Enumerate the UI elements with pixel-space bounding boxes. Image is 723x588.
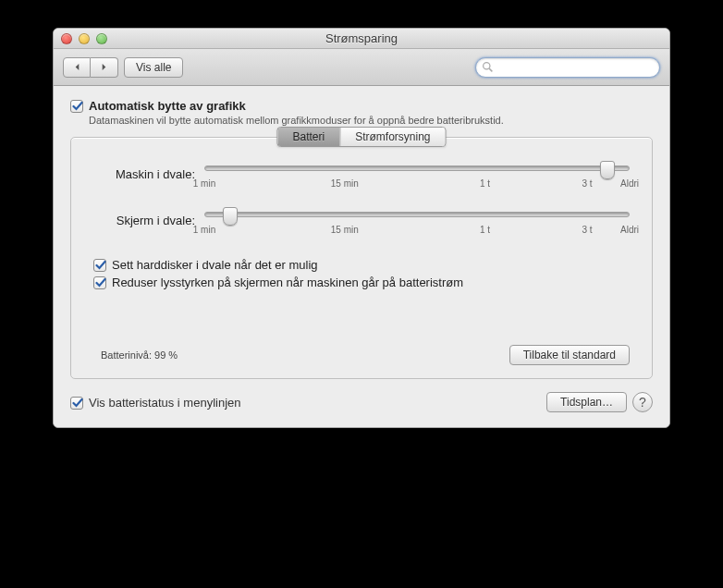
restore-defaults-button[interactable]: Tilbake til standard (509, 345, 630, 365)
tab-power-label: Strømforsyning (355, 130, 430, 143)
tab-battery[interactable]: Batteri (277, 128, 339, 146)
show-all-button[interactable]: Vis alle (124, 57, 183, 78)
schedule-label: Tidsplan… (560, 396, 613, 409)
preferences-window: Strømsparing Vis alle Automati (53, 28, 670, 428)
tab-battery-label: Batteri (292, 130, 325, 143)
show-all-label: Vis alle (136, 61, 171, 74)
tick-label: 15 min (331, 225, 359, 235)
search-icon (482, 61, 494, 73)
menubar-status-label: Vis batteristatus i menylinjen (89, 396, 241, 410)
dim-display-label: Reduser lysstyrken på skjermen når maski… (112, 276, 463, 289)
tick-label: 3 t (582, 225, 592, 235)
display-sleep-ticks: 1 min 15 min 1 t 3 t Aldri (204, 225, 630, 238)
auto-graphics-checkbox[interactable] (70, 100, 83, 113)
search-wrap (475, 57, 660, 78)
chevron-left-icon (73, 63, 81, 71)
back-button[interactable] (63, 57, 91, 78)
panel-bottom: Batterinivå: 99 % Tilbake til standard (93, 345, 630, 365)
tick-label: 1 t (480, 225, 490, 235)
toolbar: Vis alle (54, 49, 669, 86)
restore-defaults-label: Tilbake til standard (523, 349, 616, 361)
hdd-sleep-checkbox[interactable] (93, 259, 106, 272)
display-sleep-label: Skjerm i dvale: (93, 212, 195, 227)
hdd-sleep-label: Sett harddisker i dvale når det er mulig (112, 258, 318, 272)
tick-label: 3 t (582, 178, 592, 189)
display-sleep-thumb[interactable] (223, 207, 238, 226)
tick-label: Aldri (620, 225, 639, 235)
auto-graphics-row: Automatisk bytte av grafikk (70, 99, 653, 113)
schedule-button[interactable]: Tidsplan… (546, 392, 627, 412)
tick-label: 1 min (193, 225, 215, 235)
check-icon (95, 260, 106, 271)
tick-label: 1 min (193, 178, 215, 189)
search-input[interactable] (475, 57, 660, 78)
content: Automatisk bytte av grafikk Datamaskinen… (54, 86, 669, 427)
computer-sleep-slider[interactable] (204, 165, 630, 171)
computer-sleep-thumb[interactable] (600, 161, 615, 179)
display-sleep-row: Skjerm i dvale: 1 min 15 min 1 t 3 t Ald… (93, 212, 630, 238)
computer-sleep-row: Maskin i dvale: 1 min 15 min 1 t 3 t Ald… (93, 165, 630, 191)
svg-line-1 (489, 68, 492, 71)
tick-label: 15 min (331, 178, 359, 189)
computer-sleep-label: Maskin i dvale: (93, 165, 195, 181)
check-icon (72, 398, 83, 409)
dim-display-checkbox[interactable] (93, 276, 106, 289)
display-sleep-slider-area: 1 min 15 min 1 t 3 t Aldri (204, 212, 630, 238)
bottom-row: Vis batteristatus i menylinjen Tidsplan…… (70, 392, 653, 412)
dim-display-row: Reduser lysstyrken på skjermen når maski… (93, 276, 630, 289)
forward-button[interactable] (91, 57, 118, 78)
check-icon (72, 101, 83, 112)
check-icon (95, 277, 106, 288)
auto-graphics-label: Automatisk bytte av grafikk (89, 99, 246, 113)
computer-sleep-slider-area: 1 min 15 min 1 t 3 t Aldri (204, 165, 630, 191)
auto-graphics-description: Datamaskinen vil bytte automatisk mellom… (89, 115, 653, 126)
display-sleep-slider[interactable] (204, 212, 630, 217)
tab-power-adapter[interactable]: Strømforsyning (339, 128, 445, 146)
battery-level-text: Batterinivå: 99 % (101, 349, 178, 361)
tick-label: 1 t (480, 178, 490, 189)
menubar-status-checkbox[interactable] (70, 397, 83, 410)
tab-group: Batteri Strømforsyning (276, 127, 446, 147)
chevron-right-icon (100, 63, 108, 71)
bottom-right: Tidsplan… ? (546, 392, 653, 412)
help-button[interactable]: ? (632, 392, 653, 412)
question-icon: ? (639, 395, 646, 410)
hdd-sleep-row: Sett harddisker i dvale når det er mulig (93, 258, 630, 272)
svg-point-0 (484, 62, 490, 68)
computer-sleep-ticks: 1 min 15 min 1 t 3 t Aldri (204, 178, 630, 191)
window-title: Strømsparing (54, 31, 669, 45)
settings-panel: Batteri Strømforsyning Maskin i dvale: 1… (70, 137, 653, 379)
titlebar: Strømsparing (54, 29, 669, 49)
nav-segment (63, 57, 118, 78)
tick-label: Aldri (620, 178, 639, 189)
